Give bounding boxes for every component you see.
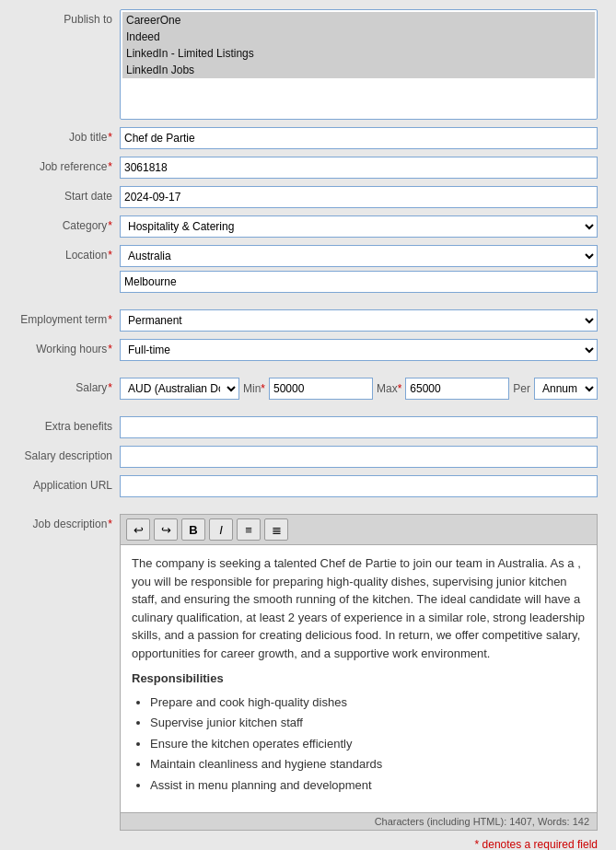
italic-button[interactable]: I bbox=[209, 518, 233, 541]
publish-to-field: CareerOne Indeed LinkedIn - Limited List… bbox=[120, 9, 598, 120]
list-item: Supervise junior kitchen staff bbox=[150, 714, 586, 732]
spacer-1 bbox=[18, 300, 598, 309]
working-hours-row: Working hours Full-time Part-time Casual bbox=[18, 339, 598, 361]
list-item: Prepare and cook high-quality dishes bbox=[150, 693, 586, 712]
editor-toolbar: ↩ ↪ B I ≡ ≣ bbox=[121, 515, 597, 545]
category-select[interactable]: Hospitality & Catering IT & Technology F… bbox=[120, 215, 598, 238]
job-reference-input[interactable] bbox=[120, 157, 598, 179]
salary-max-input[interactable] bbox=[405, 378, 509, 400]
salary-row: Salary AUD (Australian Do USD (US Dollar… bbox=[18, 378, 598, 400]
extra-benefits-field bbox=[120, 416, 598, 438]
ordered-list-button[interactable]: ≣ bbox=[264, 518, 288, 541]
salary-min-label: Min bbox=[243, 382, 265, 395]
start-date-field bbox=[120, 186, 598, 208]
job-description-row: Job description ↩ ↪ B I ≡ ≣ The company … bbox=[18, 514, 598, 831]
redo-button[interactable]: ↪ bbox=[154, 518, 178, 541]
location-city-row bbox=[120, 271, 598, 293]
employment-term-label: Employment term bbox=[18, 309, 120, 326]
editor-paragraph: The company is seeking a talented Chef d… bbox=[132, 554, 586, 662]
job-reference-label: Job reference bbox=[18, 157, 120, 173]
salary-description-label: Salary description bbox=[18, 446, 120, 462]
list-item: Maintain cleanliness and hygiene standar… bbox=[150, 755, 586, 774]
editor-responsibilities-list: Prepare and cook high-quality dishes Sup… bbox=[150, 693, 586, 795]
category-field: Hospitality & Catering IT & Technology F… bbox=[120, 215, 598, 238]
employment-term-field: Permanent Contract Casual Temporary bbox=[120, 309, 598, 332]
editor-content[interactable]: The company is seeking a talented Chef d… bbox=[121, 545, 597, 812]
salary-description-input[interactable] bbox=[120, 446, 598, 468]
application-url-input[interactable] bbox=[120, 475, 598, 497]
category-row: Category Hospitality & Catering IT & Tec… bbox=[18, 215, 598, 238]
application-url-row: Application URL bbox=[18, 475, 598, 497]
salary-description-field bbox=[120, 446, 598, 468]
location-country-select[interactable]: Australia United Kingdom United States C… bbox=[120, 245, 598, 267]
job-reference-row: Job reference bbox=[18, 157, 598, 179]
bold-button[interactable]: B bbox=[181, 518, 205, 541]
job-title-row: Job title bbox=[18, 127, 598, 149]
start-date-input[interactable] bbox=[120, 186, 598, 208]
salary-max-label: Max bbox=[377, 382, 401, 395]
start-date-row: Start date bbox=[18, 186, 598, 208]
extra-benefits-row: Extra benefits bbox=[18, 416, 598, 438]
extra-benefits-input[interactable] bbox=[120, 416, 598, 438]
salary-currency-select[interactable]: AUD (Australian Do USD (US Dollar) GBP (… bbox=[120, 378, 239, 400]
location-field: Australia United Kingdom United States C… bbox=[120, 245, 598, 293]
salary-per-label: Per bbox=[513, 382, 530, 395]
spacer-3 bbox=[18, 407, 598, 416]
job-title-field bbox=[120, 127, 598, 149]
application-url-label: Application URL bbox=[18, 475, 120, 492]
editor-wrapper: ↩ ↪ B I ≡ ≣ The company is seeking a tal… bbox=[120, 514, 598, 831]
job-reference-field bbox=[120, 157, 598, 179]
salary-inputs: AUD (Australian Do USD (US Dollar) GBP (… bbox=[120, 378, 598, 400]
job-description-label: Job description bbox=[18, 514, 120, 530]
working-hours-select[interactable]: Full-time Part-time Casual bbox=[120, 339, 598, 361]
location-city-input[interactable] bbox=[120, 271, 598, 293]
list-item: Assist in menu planning and development bbox=[150, 776, 586, 795]
job-title-input[interactable] bbox=[120, 127, 598, 149]
employment-term-row: Employment term Permanent Contract Casua… bbox=[18, 309, 598, 332]
salary-label: Salary bbox=[18, 378, 120, 394]
working-hours-field: Full-time Part-time Casual bbox=[120, 339, 598, 361]
publish-to-row: Publish to CareerOne Indeed LinkedIn - L… bbox=[18, 9, 598, 120]
salary-min-input[interactable] bbox=[269, 378, 373, 400]
required-note: * denotes a required field bbox=[18, 838, 598, 850]
list-item: Ensure the kitchen operates efficiently bbox=[150, 735, 586, 753]
salary-description-row: Salary description bbox=[18, 446, 598, 468]
salary-field: AUD (Australian Do USD (US Dollar) GBP (… bbox=[120, 378, 598, 400]
job-description-field: ↩ ↪ B I ≡ ≣ The company is seeking a tal… bbox=[120, 514, 598, 831]
publish-to-label: Publish to bbox=[18, 9, 120, 26]
extra-benefits-label: Extra benefits bbox=[18, 416, 120, 433]
salary-per-select[interactable]: Annum Month Week Hour bbox=[534, 378, 598, 400]
form-container: Publish to CareerOne Indeed LinkedIn - L… bbox=[0, 0, 616, 850]
editor-status-bar: Characters (including HTML): 1407, Words… bbox=[121, 812, 597, 830]
undo-button[interactable]: ↩ bbox=[126, 518, 150, 541]
job-title-label: Job title bbox=[18, 127, 120, 144]
start-date-label: Start date bbox=[18, 186, 120, 203]
unordered-list-button[interactable]: ≡ bbox=[237, 518, 261, 541]
publish-to-select[interactable]: CareerOne Indeed LinkedIn - Limited List… bbox=[120, 9, 598, 120]
working-hours-label: Working hours bbox=[18, 339, 120, 355]
location-row: Location Australia United Kingdom United… bbox=[18, 245, 598, 293]
spacer-2 bbox=[18, 368, 598, 378]
application-url-field bbox=[120, 475, 598, 497]
category-label: Category bbox=[18, 215, 120, 232]
spacer-4 bbox=[18, 505, 598, 514]
editor-responsibilities-heading: Responsibilities bbox=[132, 670, 586, 688]
location-label: Location bbox=[18, 245, 120, 262]
employment-term-select[interactable]: Permanent Contract Casual Temporary bbox=[120, 309, 598, 332]
